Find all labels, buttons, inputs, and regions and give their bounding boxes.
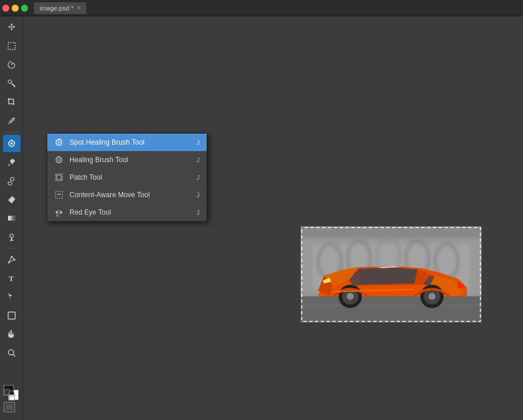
selection-tool[interactable] bbox=[3, 37, 20, 55]
svg-rect-13 bbox=[8, 216, 15, 220]
menu-shortcut-spot-healing: J bbox=[197, 139, 200, 146]
eraser-tool[interactable] bbox=[3, 191, 20, 208]
menu-shortcut-red-eye: J bbox=[197, 209, 200, 216]
menu-shortcut-healing-brush: J bbox=[197, 156, 200, 163]
svg-point-32 bbox=[56, 157, 62, 163]
menu-label-spot-healing: Spot Healing Brush Tool bbox=[69, 138, 191, 146]
clone-stamp-tool[interactable] bbox=[3, 172, 20, 190]
tab-close-button[interactable]: × bbox=[77, 5, 81, 11]
svg-point-30 bbox=[58, 141, 60, 144]
gradient-tool[interactable] bbox=[3, 209, 20, 227]
svg-point-14 bbox=[10, 234, 13, 237]
screen-mode-button[interactable] bbox=[4, 402, 15, 414]
main-layout: T bbox=[0, 16, 523, 420]
menu-item-spot-healing[interactable]: Spot Healing Brush Tool J bbox=[47, 134, 207, 151]
svg-rect-21 bbox=[8, 312, 15, 319]
eyedropper-tool[interactable] bbox=[3, 112, 20, 130]
svg-line-40 bbox=[57, 215, 58, 216]
svg-point-10 bbox=[11, 177, 14, 181]
svg-rect-37 bbox=[55, 191, 62, 198]
magic-wand-tool[interactable] bbox=[3, 75, 20, 92]
svg-rect-0 bbox=[8, 43, 15, 50]
move-tool[interactable] bbox=[3, 19, 20, 36]
image-tab[interactable]: image.psd * × bbox=[34, 2, 86, 14]
patch-tool-icon bbox=[54, 173, 64, 182]
svg-point-2 bbox=[8, 80, 12, 83]
menu-item-patch[interactable]: Patch Tool J bbox=[47, 169, 207, 186]
red-eye-icon bbox=[54, 208, 64, 217]
svg-point-33 bbox=[58, 159, 60, 161]
menu-shortcut-content-aware: J bbox=[197, 191, 200, 198]
close-button[interactable] bbox=[2, 5, 9, 12]
svg-rect-36 bbox=[57, 175, 61, 180]
menu-label-healing-brush: Healing Brush Tool bbox=[69, 156, 191, 164]
svg-point-56 bbox=[428, 293, 435, 300]
tool-flyout-menu: Spot Healing Brush Tool J Healing Brush … bbox=[47, 133, 207, 222]
menu-item-content-aware[interactable]: Content-Aware Move Tool J bbox=[47, 186, 207, 204]
tab-bar: image.psd * × bbox=[34, 2, 86, 14]
menu-item-healing-brush[interactable]: Healing Brush Tool J bbox=[47, 151, 207, 169]
car-svg bbox=[301, 226, 482, 323]
svg-rect-28 bbox=[6, 404, 13, 410]
svg-point-19 bbox=[13, 259, 15, 261]
pen-tool[interactable] bbox=[3, 251, 20, 268]
toolbar-divider bbox=[5, 132, 19, 132]
menu-label-patch: Patch Tool bbox=[69, 173, 191, 181]
svg-point-17 bbox=[11, 256, 12, 258]
svg-point-22 bbox=[8, 350, 13, 355]
tab-label: image.psd * bbox=[40, 5, 74, 12]
canvas-area: Spot Healing Brush Tool J Healing Brush … bbox=[23, 16, 523, 420]
menu-label-content-aware: Content-Aware Move Tool bbox=[69, 191, 191, 199]
minimize-button[interactable] bbox=[12, 5, 19, 12]
menu-shortcut-patch: J bbox=[197, 174, 200, 181]
quick-mask-button[interactable] bbox=[4, 389, 15, 402]
title-bar: image.psd * × bbox=[0, 0, 523, 16]
canvas-image bbox=[301, 226, 482, 324]
svg-line-1 bbox=[12, 83, 15, 87]
toolbar: T bbox=[0, 16, 23, 420]
lasso-tool[interactable] bbox=[3, 56, 20, 74]
hand-tool[interactable] bbox=[3, 326, 20, 343]
healing-brush-tool[interactable] bbox=[3, 135, 20, 152]
menu-label-red-eye: Red Eye Tool bbox=[69, 208, 191, 216]
maximize-button[interactable] bbox=[21, 5, 28, 12]
toolbar-divider-2 bbox=[5, 248, 19, 249]
svg-point-8 bbox=[11, 142, 13, 145]
svg-point-53 bbox=[347, 293, 354, 300]
menu-item-red-eye[interactable]: Red Eye Tool J bbox=[47, 204, 207, 221]
spot-healing-icon bbox=[54, 138, 64, 147]
window-controls bbox=[0, 0, 28, 16]
path-selection-tool[interactable] bbox=[3, 288, 20, 306]
dodge-tool[interactable] bbox=[3, 228, 20, 246]
crop-tool[interactable] bbox=[3, 93, 20, 111]
content-aware-icon bbox=[54, 190, 64, 200]
svg-line-23 bbox=[13, 355, 15, 357]
svg-text:T: T bbox=[9, 274, 14, 283]
svg-point-18 bbox=[8, 262, 9, 264]
svg-point-39 bbox=[58, 212, 60, 213]
type-tool[interactable]: T bbox=[3, 270, 20, 287]
shape-tool[interactable] bbox=[3, 307, 20, 324]
zoom-tool[interactable] bbox=[3, 344, 20, 362]
healing-brush-icon bbox=[54, 155, 64, 164]
brush-tool[interactable] bbox=[3, 153, 20, 171]
svg-rect-49 bbox=[301, 296, 482, 323]
